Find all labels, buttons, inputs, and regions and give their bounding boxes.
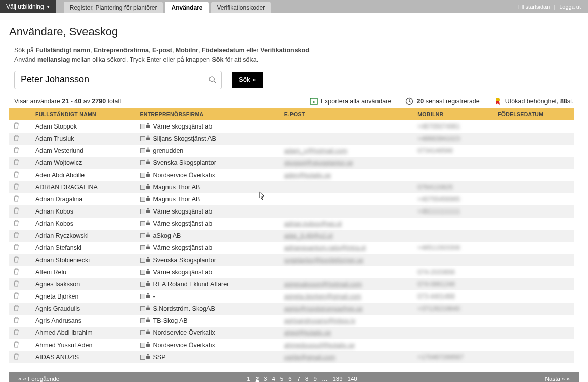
search-icon[interactable]: [208, 76, 217, 84]
pager-page[interactable]: 6: [288, 376, 291, 382]
export-link[interactable]: x Exportera alla användare: [310, 97, 392, 105]
pager-prev[interactable]: « « Föregående: [18, 376, 59, 382]
firm-icons[interactable]: [140, 354, 150, 361]
tab-verification-codes[interactable]: Verifikationskoder: [211, 2, 271, 13]
delete-button[interactable]: [9, 120, 31, 133]
table-row[interactable]: Adrian StefanskiVärne skogstjänst abadri…: [9, 242, 574, 254]
col-mobile[interactable]: MOBILNR: [413, 108, 494, 120]
logout-link[interactable]: Logga ut: [559, 4, 581, 10]
pager-page[interactable]: 5: [280, 376, 283, 382]
content: Användare, Sveaskog Sök på Fullständigt …: [0, 13, 588, 363]
table-row[interactable]: Adrian KobosVärne skogstjänst abadrian.k…: [9, 218, 574, 230]
table-row[interactable]: Afteni ReluVärne skogstjänst ab074-20336…: [9, 266, 574, 278]
pager-page[interactable]: 3: [264, 376, 267, 382]
pager-page[interactable]: 9: [313, 376, 316, 382]
table-row[interactable]: Agneta Björkén-agneta.bjorken@gmail.com0…: [9, 290, 574, 303]
choose-training-button[interactable]: Välj utbildning ▾: [0, 0, 56, 13]
firm-icons[interactable]: [140, 305, 150, 312]
pager-page[interactable]: 1: [247, 376, 250, 382]
table-row[interactable]: Adrian KobosVärne skogstjänst ab+4811111…: [9, 205, 574, 218]
delete-button[interactable]: [9, 230, 31, 242]
delete-button[interactable]: [9, 181, 31, 193]
table-row[interactable]: Agnes IsakssonREA Roland Eklund Affärera…: [9, 278, 574, 290]
pager-page[interactable]: 8: [305, 376, 308, 382]
delete-button[interactable]: [9, 218, 31, 230]
firm-icons[interactable]: [140, 184, 150, 191]
firm-icons[interactable]: [140, 329, 150, 336]
firm-icons[interactable]: [140, 269, 150, 276]
card-icon: [140, 282, 145, 287]
tab-register[interactable]: Register, Plantering för plantörer: [64, 2, 163, 13]
firm-icons[interactable]: [140, 135, 150, 142]
search-input[interactable]: [14, 71, 222, 89]
table-row[interactable]: Adrian StobienieckiSvenska Skogsplantors…: [9, 254, 574, 266]
table-row[interactable]: Adam TrusiukSiljans Skogstjänst AB+48663…: [9, 133, 574, 145]
cell-firm: Nordservice Överkalix: [136, 339, 280, 351]
col-firm[interactable]: ENTREPRENÖRSFIRMA: [136, 108, 280, 120]
search-button[interactable]: Sök »: [232, 72, 263, 88]
col-email[interactable]: E-POST: [280, 108, 414, 120]
table-row[interactable]: Adrian DragalinaMagnus Thor AB+407554569…: [9, 193, 574, 205]
pager-page[interactable]: 7: [297, 376, 300, 382]
delete-button[interactable]: [9, 278, 31, 290]
table-row[interactable]: Agris AndrusansTB-Skog ABagrisandrusans@…: [9, 315, 574, 327]
pager-page[interactable]: 140: [348, 376, 357, 382]
card-icon: [140, 124, 145, 129]
firm-icons[interactable]: [140, 208, 150, 215]
table-row[interactable]: ADRIAN DRAGALINAMagnus Thor AB0764110825: [9, 181, 574, 193]
delete-button[interactable]: [9, 303, 31, 315]
delete-button[interactable]: [9, 157, 31, 169]
firm-icons[interactable]: [140, 196, 150, 203]
firm-icons[interactable]: [140, 317, 150, 324]
card-icon: [140, 148, 145, 153]
svg-rect-25: [146, 331, 149, 334]
table-row[interactable]: Adam Vesterlundgrenuddenadam_v@hotmail.c…: [9, 145, 574, 157]
firm-icons[interactable]: [140, 257, 150, 264]
firm-icons[interactable]: [140, 342, 150, 349]
delete-button[interactable]: [9, 339, 31, 351]
firm-icons[interactable]: [140, 172, 150, 179]
delete-button[interactable]: [9, 327, 31, 339]
delete-button[interactable]: [9, 242, 31, 254]
delete-button[interactable]: [9, 145, 31, 157]
table-row[interactable]: Ahmed Abdi IbrahimNordservice Överkalixa…: [9, 327, 574, 339]
pager-page[interactable]: 139: [332, 376, 342, 382]
table-row[interactable]: Adrian RyczkowskiaSkog ABadar_6.48@o2.pl: [9, 230, 574, 242]
delete-button[interactable]: [9, 266, 31, 278]
firm-icons[interactable]: [140, 244, 150, 251]
recent-link[interactable]: 20 senast registrerade: [405, 97, 479, 105]
tab-users[interactable]: Användare: [165, 2, 208, 13]
table-row[interactable]: Adam StoppokVärne skogstjänst ab+4670507…: [9, 120, 574, 133]
firm-icons[interactable]: [140, 293, 150, 300]
table-row[interactable]: Aden Abdi AbdilleNordservice Överkalixad…: [9, 169, 574, 181]
pager-page[interactable]: 2: [256, 376, 259, 382]
firm-icons[interactable]: [140, 123, 150, 130]
cell-firm: Magnus Thor AB: [136, 181, 280, 193]
lock-icon: [146, 232, 150, 239]
delete-button[interactable]: [9, 169, 31, 181]
pager-next[interactable]: Nästa » »: [545, 376, 570, 382]
table-row[interactable]: Agnis GraudulisS.Nordström. SkogABagnis@…: [9, 303, 574, 315]
start-link[interactable]: Till startsidan: [517, 4, 550, 10]
col-name[interactable]: FULLSTÄNDIGT NAMN: [31, 108, 136, 120]
cell-email: [280, 266, 414, 278]
firm-icons[interactable]: [140, 220, 150, 227]
cell-dob: [494, 278, 574, 290]
table-row[interactable]: Adam WojtowiczSvenska Skogsplantorskogsp…: [9, 157, 574, 169]
firm-icons[interactable]: [140, 232, 150, 239]
firm-icons[interactable]: [140, 281, 150, 288]
delete-button[interactable]: [9, 351, 31, 363]
delete-button[interactable]: [9, 315, 31, 327]
delete-button[interactable]: [9, 290, 31, 303]
delete-button[interactable]: [9, 254, 31, 266]
col-dob[interactable]: FÖDELSEDATUM: [494, 108, 574, 120]
delete-button[interactable]: [9, 193, 31, 205]
extended-link[interactable]: Utökad behörighet, 88st.: [494, 97, 574, 105]
delete-button[interactable]: [9, 205, 31, 218]
firm-icons[interactable]: [140, 147, 150, 154]
delete-button[interactable]: [9, 133, 31, 145]
table-row[interactable]: AIDAS ANUZISSSPugrite@gmail.com+17046728…: [9, 351, 574, 363]
firm-icons[interactable]: [140, 159, 150, 166]
table-row[interactable]: Ahmed Yussuf AdenNordservice Överkalixah…: [9, 339, 574, 351]
pager-page[interactable]: 4: [272, 376, 275, 382]
